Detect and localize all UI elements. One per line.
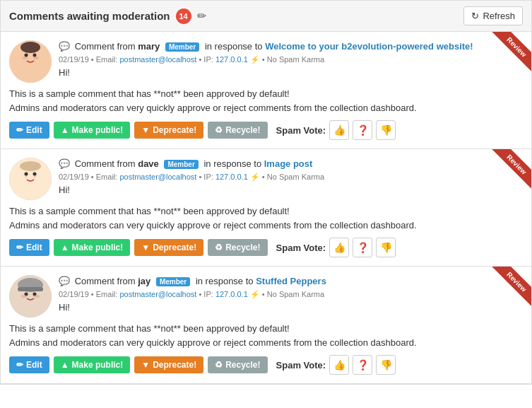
in-response-text: in response to: [205, 41, 265, 52]
help-button[interactable]: ❓: [353, 355, 372, 375]
svg-point-5: [33, 54, 37, 57]
make-public-label: Make public!: [72, 125, 124, 135]
avatar: [9, 275, 52, 317]
comment-greeting: Hi!: [59, 67, 523, 78]
header-left: Comments awaiting moderation 14 ✏: [9, 8, 206, 24]
ribbon-container: Review: [482, 32, 531, 81]
from-text: Comment from: [75, 276, 138, 286]
comment-meta: 💬 Comment from jay Member in response to…: [59, 275, 523, 314]
in-response-text: in response to: [196, 276, 256, 286]
recycle-button[interactable]: ♻ Recycle!: [208, 356, 267, 373]
panel-title: Comments awaiting moderation: [9, 10, 170, 22]
comment-title-line: 💬 Comment from mary Member in response t…: [59, 40, 523, 53]
email-link[interactable]: postmaster@localhost: [119, 173, 196, 181]
comment-title-line: 💬 Comment from jay Member in response to…: [59, 275, 523, 288]
ribbon-container: Review: [482, 149, 531, 199]
comment-count-badge: 14: [176, 8, 191, 24]
deprecate-button[interactable]: ▼ Deprecate!: [134, 122, 203, 139]
comment-icon: 💬: [59, 158, 70, 169]
edit-button[interactable]: ✏ Edit: [9, 239, 49, 256]
comment-icon: 💬: [59, 41, 70, 52]
make-public-label: Make public!: [72, 243, 124, 252]
arrow-down-icon: ▼: [141, 125, 150, 135]
panel-header: Comments awaiting moderation 14 ✏ ↻ Refr…: [1, 1, 531, 32]
arrow-up-icon: ▲: [61, 125, 69, 135]
comment-body: This is a sample comment that has **not*…: [9, 204, 523, 232]
make-public-label: Make public!: [72, 360, 124, 370]
spam-vote-group: Spam Vote: 👍 ❓ 👎: [276, 120, 396, 140]
edit-icon: ✏: [197, 9, 206, 23]
review-ribbon: Review: [491, 32, 531, 72]
thumbs-down-button[interactable]: 👎: [376, 355, 396, 375]
comment-body-line1: This is a sample comment that has **not*…: [9, 87, 523, 101]
edit-button[interactable]: ✏ Edit: [9, 356, 49, 373]
email-link[interactable]: postmaster@localhost: [119, 55, 196, 64]
thumbs-down-button[interactable]: 👎: [376, 120, 396, 140]
make-public-button[interactable]: ▲ Make public!: [54, 239, 131, 256]
spam-vote-group: Spam Vote: 👍 ❓ 👎: [276, 238, 396, 257]
deprecate-label: Deprecate!: [153, 125, 196, 135]
in-response-text: in response to: [203, 158, 264, 169]
svg-point-16: [35, 175, 40, 180]
recycle-label: Recycle!: [225, 125, 260, 135]
thumbs-up-button[interactable]: 👍: [329, 355, 349, 375]
svg-point-10: [20, 161, 41, 171]
post-link[interactable]: Image post: [264, 158, 313, 169]
avatar: [9, 158, 52, 200]
comment-body-line2: Admins and moderators can very quickly a…: [9, 336, 523, 350]
deprecate-button[interactable]: ▼ Deprecate!: [134, 239, 203, 256]
comment-card: Review 💬 Comment from dave Member in res…: [1, 149, 531, 267]
meta-info: 02/19/19 • Email: postmaster@localhost •…: [59, 173, 523, 182]
recycle-button[interactable]: ♻ Recycle!: [208, 239, 267, 256]
comment-top: 💬 Comment from jay Member in response to…: [9, 275, 523, 317]
comment-greeting: Hi!: [59, 185, 523, 195]
arrow-down-icon: ▼: [141, 360, 150, 370]
lightning-icon: ⚡: [250, 55, 260, 64]
deprecate-button[interactable]: ▼ Deprecate!: [134, 356, 203, 373]
thumbs-up-button[interactable]: 👍: [329, 238, 349, 257]
svg-point-6: [22, 57, 28, 59]
avatar: [9, 40, 52, 83]
username: dave: [138, 158, 159, 169]
spam-vote-group: Spam Vote: 👍 ❓ 👎: [276, 355, 396, 375]
edit-label: Edit: [26, 360, 42, 370]
comment-body: This is a sample comment that has **not*…: [9, 87, 523, 115]
help-button[interactable]: ❓: [353, 120, 372, 140]
ip-link[interactable]: 127.0.0.1: [215, 173, 248, 181]
help-button[interactable]: ❓: [353, 238, 372, 257]
comment-card: Review 💬 Comment from jay Member in resp…: [1, 267, 531, 384]
ip-link[interactable]: 127.0.0.1: [215, 55, 248, 64]
comment-body-line2: Admins and moderators can very quickly a…: [9, 218, 523, 233]
comment-icon: 💬: [59, 276, 70, 286]
make-public-button[interactable]: ▲ Make public!: [54, 122, 131, 139]
edit-button[interactable]: ✏ Edit: [9, 122, 49, 139]
action-row: ✏ Edit ▲ Make public! ▼ Deprecate! ♻ Rec…: [9, 355, 523, 375]
thumbs-up-button[interactable]: 👍: [329, 120, 349, 140]
spam-vote-label: Spam Vote:: [276, 243, 326, 253]
post-link[interactable]: Welcome to your b2evolution-powered webs…: [265, 41, 473, 52]
action-row: ✏ Edit ▲ Make public! ▼ Deprecate! ♻ Rec…: [9, 120, 523, 140]
comment-body: This is a sample comment that has **not*…: [9, 322, 523, 349]
ip-link[interactable]: 127.0.0.1: [215, 290, 248, 298]
comment-top: 💬 Comment from dave Member in response t…: [9, 158, 523, 200]
recycle-button[interactable]: ♻ Recycle!: [208, 122, 267, 139]
post-link[interactable]: Stuffed Peppers: [256, 276, 326, 286]
member-badge: Member: [165, 42, 199, 52]
review-ribbon: Review: [491, 267, 531, 307]
thumbs-down-button[interactable]: 👎: [376, 238, 396, 257]
lightning-icon: ⚡: [250, 290, 260, 298]
comment-meta: 💬 Comment from dave Member in response t…: [59, 158, 523, 197]
deprecate-label: Deprecate!: [153, 243, 196, 252]
comment-top: 💬 Comment from mary Member in response t…: [9, 40, 523, 83]
edit-label: Edit: [26, 125, 42, 135]
ribbon-container: Review: [482, 267, 531, 316]
pencil-icon: ✏: [16, 360, 23, 370]
arrow-down-icon: ▼: [141, 243, 150, 252]
make-public-button[interactable]: ▲ Make public!: [54, 356, 131, 373]
review-ribbon: Review: [491, 149, 531, 190]
svg-rect-20: [18, 287, 43, 291]
refresh-button[interactable]: ↻ Refresh: [463, 6, 523, 25]
email-link[interactable]: postmaster@localhost: [119, 290, 196, 298]
svg-point-24: [34, 295, 40, 298]
refresh-icon: ↻: [471, 11, 479, 21]
